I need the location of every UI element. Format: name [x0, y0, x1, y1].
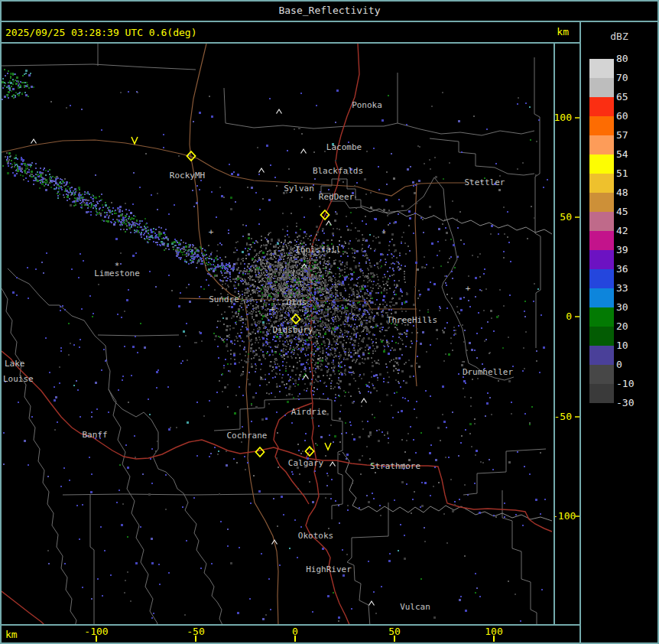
radar-echo-field	[2, 69, 34, 100]
colorbar-swatch	[589, 78, 614, 97]
colorbar-level-label: 48	[616, 187, 647, 198]
page-title: Base_Reflectivity	[278, 5, 380, 16]
v-marker-icon	[131, 137, 138, 144]
county-boundary-line	[430, 138, 534, 175]
bottom-axis-tick	[294, 636, 296, 642]
colorbar-swatch	[589, 365, 614, 384]
colorbar-level-label: 33	[616, 283, 647, 294]
colorbar-swatch	[589, 346, 614, 365]
city-label-louise: Louise	[3, 374, 34, 384]
divider-title	[0, 21, 659, 22]
city-label-drumheller: Drumheller	[463, 367, 514, 377]
divider-header	[0, 42, 581, 44]
city-label-ponoka: Ponoka	[352, 100, 382, 110]
colorbar-level-label: 45	[616, 207, 647, 217]
caret-marker-icon	[31, 139, 37, 144]
star-marker-icon: *	[115, 261, 120, 271]
radar-site-diamond-icon	[256, 447, 265, 457]
county-boundary-line	[2, 288, 76, 624]
colorbar-level-label: 10	[616, 340, 647, 351]
city-label-threehills: ThreeHills	[387, 315, 437, 325]
colorbar-swatch	[589, 59, 614, 78]
colorbar-level-label: 57	[616, 130, 647, 141]
header-bar: 2025/09/25 03:28:39 UTC 0.6(deg) km	[0, 22, 578, 42]
border-left	[0, 0, 2, 644]
colorbar-swatch	[589, 269, 614, 288]
timestamp-label: 2025/09/25 03:28:39 UTC 0.6(deg)	[5, 27, 196, 38]
city-label-airdrie: Airdrie	[291, 407, 326, 417]
colorbar-level-label: -30	[616, 398, 647, 408]
city-label-stettler: Stettler	[465, 177, 505, 187]
colorbar-level-label: 54	[616, 149, 647, 160]
city-label-banff: Banff	[82, 430, 107, 440]
border-top	[0, 0, 659, 2]
city-label-highriver: HighRiver	[306, 564, 352, 574]
colorbar-level-label: -10	[616, 379, 647, 389]
county-boundary-line	[63, 494, 332, 495]
colorbar-swatch	[589, 116, 614, 135]
colorbar-level-label: 0	[616, 359, 647, 370]
colorbar-level-label: 30	[616, 302, 647, 313]
secondary-road-line	[357, 183, 466, 196]
city-label-blackfalds: Blackfalds	[313, 166, 363, 176]
county-boundary-line	[398, 123, 534, 135]
bottom-axis-tick	[394, 636, 395, 642]
colorbar-level-label: 65	[616, 92, 647, 102]
divider-map-right	[553, 43, 555, 626]
city-label-calgary: Calgary	[288, 458, 324, 468]
city-label-lake: Lake	[5, 359, 25, 369]
radar-app-window: Base_Reflectivity 2025/09/25 03:28:39 UT…	[0, 0, 659, 644]
river-line	[361, 207, 552, 234]
city-label-reddeer: RedDeer	[319, 192, 355, 202]
colorbar-swatch	[589, 384, 614, 403]
colorbar-level-label: 39	[616, 245, 647, 255]
bottom-axis-tick	[96, 636, 97, 642]
city-label-sundre: Sundre	[209, 294, 239, 304]
colorbar-swatch	[589, 174, 614, 193]
highway-line	[2, 351, 552, 532]
caret-marker-icon	[259, 168, 265, 173]
colorbar-swatch	[589, 135, 614, 154]
secondary-road-line	[190, 44, 278, 624]
colorbar-swatch	[589, 250, 614, 269]
colorbar-swatch	[589, 307, 614, 327]
colorbar-level-label: 42	[616, 226, 647, 236]
county-boundary-line	[347, 503, 388, 624]
title-bar: Base_Reflectivity	[0, 0, 659, 21]
highway-line	[2, 591, 46, 624]
caret-marker-icon	[330, 462, 336, 467]
caret-marker-icon	[362, 398, 367, 403]
caret-marker-icon	[301, 149, 307, 154]
city-label-innisfail: Innisfail	[295, 245, 341, 255]
county-boundary-line	[90, 495, 94, 624]
radar-map-svg: PonokaLacombeBlackfaldsSylvanRedDeerRock…	[2, 44, 553, 624]
radar-map-canvas[interactable]: PonokaLacombeBlackfaldsSylvanRedDeerRock…	[2, 44, 553, 624]
plus-marker-icon: +	[270, 304, 275, 314]
colorbar-swatch	[589, 288, 614, 307]
county-boundary-line	[534, 57, 541, 348]
city-label-cochrane: Cochrane	[227, 431, 268, 441]
colorbar-level-label: 20	[616, 321, 647, 332]
colorbar-swatch	[589, 97, 614, 116]
county-boundary-line	[2, 64, 196, 70]
caret-marker-icon	[277, 109, 282, 114]
bottom-axis-unit-label: km	[5, 629, 18, 640]
colorbar-level-label: 80	[616, 54, 647, 64]
v-marker-icon	[325, 443, 331, 450]
right-axis-unit-label: km	[557, 26, 569, 37]
plus-marker-icon: +	[209, 227, 214, 237]
colorbar-swatch	[589, 231, 614, 250]
county-boundary-line	[109, 389, 157, 624]
caret-marker-icon	[304, 375, 309, 379]
caret-marker-icon	[369, 601, 375, 606]
bottom-axis-tick	[195, 636, 196, 642]
colorbar-swatch	[589, 327, 614, 346]
colorbar-unit-label: dBZ	[581, 31, 657, 42]
city-label-didsbury: Didsbury	[273, 325, 313, 335]
divider-colorbar	[579, 21, 581, 644]
city-label-okotoks: Okotoks	[298, 531, 333, 541]
colorbar-level-label: 51	[616, 168, 647, 179]
bottom-axis-tick	[493, 636, 495, 642]
city-label-rockymh: RockyMH	[170, 171, 205, 181]
colorbar-level-label: 60	[616, 111, 647, 122]
